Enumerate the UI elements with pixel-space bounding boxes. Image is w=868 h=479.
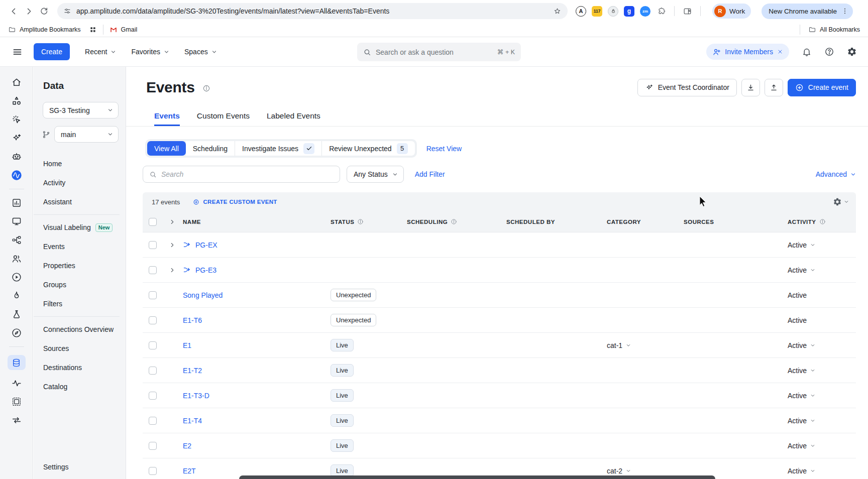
view-tab-scheduling[interactable]: Scheduling (186, 141, 235, 156)
menu-icon[interactable] (12, 47, 23, 57)
reload-button[interactable] (36, 4, 51, 19)
row-checkbox[interactable] (149, 367, 157, 375)
view-tab-review-unexpected[interactable]: Review Unexpected5 (321, 141, 415, 156)
sidebar-item-settings[interactable]: Settings (43, 463, 69, 471)
sidebar-item-assistant[interactable]: Assistant (34, 192, 126, 211)
apps-shortcut[interactable] (89, 26, 97, 34)
extension-a-icon[interactable]: A (576, 6, 586, 17)
amplitude-logo-icon[interactable] (11, 170, 22, 181)
activity-dropdown[interactable]: Active (788, 367, 815, 375)
settings-gear-icon[interactable] (847, 47, 857, 57)
extension-zoom-icon[interactable]: zm (640, 6, 650, 17)
activity-dropdown[interactable]: Active (788, 417, 815, 425)
sidebar-item-activity[interactable]: Activity (34, 173, 126, 192)
event-name-link[interactable]: PG-E3 (195, 266, 216, 274)
column-header-category[interactable]: CATEGORY (604, 219, 681, 225)
home-icon[interactable] (11, 77, 22, 88)
row-checkbox[interactable] (149, 316, 157, 324)
charts-icon[interactable] (11, 197, 22, 208)
view-tab-view-all[interactable]: View All (147, 141, 186, 156)
compute-chip-icon[interactable] (11, 396, 22, 407)
event-name-link[interactable]: E1-T2 (183, 367, 202, 375)
integrations-swap-icon[interactable] (11, 415, 22, 426)
help-icon[interactable] (824, 47, 834, 57)
bookmarks-folder[interactable]: Amplitude Bookmarks (8, 26, 81, 34)
export-button[interactable] (765, 79, 783, 96)
column-header-scheduled-by[interactable]: SCHEDULED BY (503, 219, 604, 225)
profile-chip[interactable]: R Work (712, 4, 751, 19)
back-button[interactable] (6, 4, 21, 19)
table-search[interactable] (143, 166, 340, 183)
tab-custom-events[interactable]: Custom Events (197, 107, 250, 126)
sidebar-item-filters[interactable]: Filters (34, 294, 126, 313)
import-button[interactable] (741, 79, 760, 96)
more-vertical-icon[interactable] (841, 7, 849, 15)
bookmark-gmail[interactable]: Gmail (110, 26, 138, 34)
project-select[interactable]: SG-3 Testing (43, 102, 119, 118)
status-filter-dropdown[interactable]: Any Status (347, 166, 404, 183)
row-checkbox[interactable] (149, 266, 157, 274)
signals-pulse-icon[interactable] (11, 378, 22, 389)
create-custom-event-link[interactable]: CREATE CUSTOM EVENT (192, 198, 277, 206)
event-name-link[interactable]: PG-EX (195, 241, 218, 249)
row-checkbox[interactable] (149, 442, 157, 450)
experiment-flask-icon[interactable] (11, 309, 22, 320)
event-name-link[interactable]: E1 (183, 341, 191, 349)
site-settings-icon[interactable] (63, 7, 71, 15)
audiences-icon[interactable] (11, 253, 22, 264)
favorites-menu[interactable]: Favorites (131, 48, 169, 56)
activity-dropdown[interactable]: Active (788, 241, 815, 249)
url-text[interactable]: app.amplitude.com/data/amplitude/SG-3%20… (76, 7, 548, 15)
side-panel-button[interactable] (682, 6, 693, 17)
all-bookmarks-button[interactable]: All Bookmarks (808, 26, 860, 34)
global-search[interactable]: Search or ask a question ⌘ + K (357, 43, 521, 61)
sidebar-item-sources[interactable]: Sources (34, 339, 126, 358)
activation-flame-icon[interactable] (11, 290, 22, 301)
event-name-link[interactable]: E1-T4 (183, 417, 202, 425)
event-name-link[interactable]: E2T (183, 467, 196, 475)
sidebar-item-events[interactable]: Events (34, 237, 126, 256)
column-header-name[interactable]: NAME (179, 219, 328, 225)
activity-dropdown[interactable]: Active (788, 467, 815, 475)
activity-dropdown[interactable]: Active (788, 442, 815, 450)
row-checkbox[interactable] (149, 392, 157, 400)
forward-button[interactable] (21, 4, 36, 19)
category-dropdown[interactable]: cat-1 (607, 341, 631, 349)
flowchart-icon[interactable] (11, 234, 22, 246)
table-search-input[interactable] (161, 170, 334, 178)
sparkles-icon[interactable] (11, 133, 22, 144)
activity-dropdown[interactable]: Active (788, 341, 815, 349)
reset-view-link[interactable]: Reset View (426, 145, 462, 153)
event-test-coordinator-button[interactable]: Event Test Coordinator (637, 79, 737, 96)
event-name-link[interactable]: E1-T6 (183, 316, 202, 324)
event-name-link[interactable]: E1-T3-D (183, 392, 209, 400)
column-header-activity[interactable]: ACTIVITY (785, 218, 856, 225)
row-checkbox[interactable] (149, 467, 157, 475)
sidebar-item-home[interactable]: Home (34, 154, 126, 173)
column-header-scheduling[interactable]: SCHEDULING (404, 218, 503, 225)
bookmark-star-icon[interactable] (553, 7, 562, 16)
data-nav-selected[interactable] (8, 355, 26, 370)
row-checkbox[interactable] (149, 241, 157, 249)
row-checkbox[interactable] (149, 291, 157, 299)
assistant-bot-icon[interactable] (11, 151, 22, 162)
extension-g-icon[interactable]: g (624, 6, 634, 17)
address-bar[interactable]: app.amplitude.com/data/amplitude/SG-3%20… (57, 3, 568, 19)
sidebar-item-catalog[interactable]: Catalog (34, 377, 126, 396)
sidebar-item-destinations[interactable]: Destinations (34, 358, 126, 377)
password-lock-icon[interactable] (608, 6, 618, 17)
add-filter-link[interactable]: Add Filter (415, 170, 445, 178)
close-icon[interactable] (777, 49, 783, 55)
dashboards-icon[interactable] (11, 216, 22, 227)
pointer-click-icon[interactable] (11, 114, 22, 125)
event-name-link[interactable]: E2 (183, 442, 191, 450)
discover-compass-icon[interactable] (11, 327, 22, 338)
table-settings-button[interactable] (833, 197, 849, 206)
row-checkbox[interactable] (149, 341, 157, 349)
column-header-status[interactable]: STATUS (328, 218, 404, 225)
chrome-update-button[interactable]: New Chrome available (762, 4, 853, 19)
sidebar-item-visual-labeling[interactable]: Visual LabelingNew (34, 218, 126, 237)
extension-badge-117[interactable]: 117 (592, 6, 602, 17)
activity-dropdown[interactable]: Active (788, 392, 815, 400)
sidebar-item-properties[interactable]: Properties (34, 256, 126, 275)
